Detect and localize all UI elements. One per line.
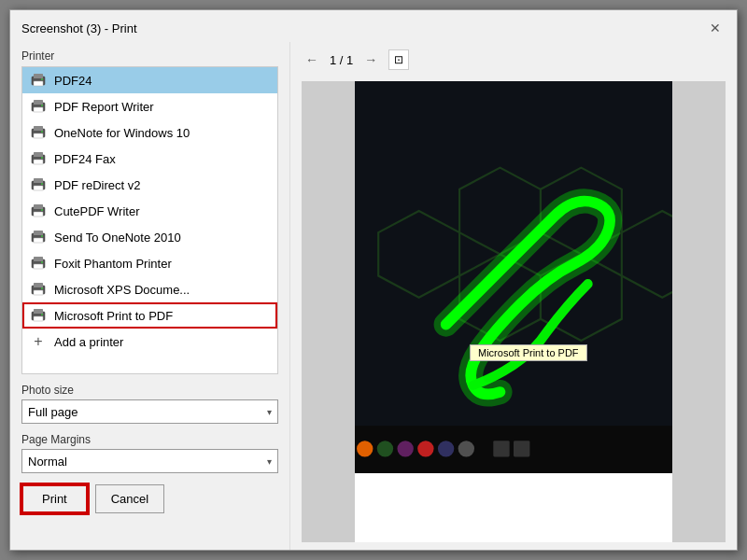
printer-item-ms-xps[interactable]: Microsoft XPS Docume...: [22, 276, 277, 302]
printer-icon: [30, 176, 47, 193]
svg-rect-30: [34, 264, 43, 269]
svg-point-52: [357, 441, 373, 456]
right-panel: ← 1 / 1 → ⊡: [290, 42, 737, 550]
print-preview-area: ▐▐ Microsoft Print to PDF: [302, 81, 726, 542]
svg-rect-26: [34, 238, 43, 243]
tooltip-text: Microsoft Print to PDF: [478, 347, 579, 358]
plus-icon: +: [30, 333, 47, 350]
svg-rect-1: [34, 74, 43, 78]
printer-icon: [30, 72, 47, 89]
svg-point-55: [417, 441, 433, 456]
close-button[interactable]: ✕: [705, 18, 726, 38]
page-margins-select[interactable]: Normal ▾: [21, 449, 278, 473]
photo-size-label: Photo size: [21, 384, 278, 397]
photo-size-select[interactable]: Full page ▾: [21, 399, 278, 424]
svg-rect-10: [34, 133, 43, 138]
chevron-down-icon: ▾: [267, 407, 272, 417]
svg-rect-22: [34, 212, 43, 217]
photo-size-section: Photo size Full page ▾: [21, 384, 278, 424]
svg-rect-5: [34, 100, 43, 105]
svg-rect-37: [34, 309, 43, 314]
svg-rect-13: [34, 152, 43, 157]
svg-rect-29: [34, 257, 43, 261]
printer-item-foxit[interactable]: Foxit Phantom Printer: [22, 250, 277, 276]
print-dialog: Screenshot (3) - Print ✕ Printer: [9, 9, 738, 551]
svg-point-57: [458, 441, 474, 456]
printer-item-pdf24[interactable]: PDF24: [22, 67, 277, 93]
svg-rect-11: [41, 131, 43, 133]
printer-label-ms-print-pdf: Microsoft Print to PDF: [54, 309, 173, 323]
printer-label-onenote-win10: OneNote for Windows 10: [54, 126, 190, 140]
svg-rect-34: [34, 290, 43, 295]
printer-label-send-to-onenote: Send To OneNote 2010: [54, 231, 181, 245]
cancel-button[interactable]: Cancel: [95, 484, 164, 513]
printer-item-onenote-win10[interactable]: OneNote for Windows 10: [22, 119, 277, 146]
printer-item-ms-print-pdf[interactable]: Microsoft Print to PDF: [22, 302, 277, 329]
svg-rect-21: [34, 204, 43, 209]
svg-rect-35: [41, 287, 43, 289]
svg-rect-18: [34, 186, 43, 190]
svg-rect-3: [41, 78, 43, 80]
printer-item-send-to-onenote[interactable]: Send To OneNote 2010: [22, 224, 277, 250]
printer-tooltip: Microsoft Print to PDF: [470, 344, 587, 361]
printer-icon: [30, 307, 47, 324]
svg-rect-33: [34, 283, 43, 287]
printer-item-cutepdf[interactable]: CutePDF Writer: [22, 198, 277, 224]
svg-rect-14: [34, 160, 43, 164]
printer-item-pdf-report-writer[interactable]: PDF Report Writer: [22, 93, 277, 119]
printer-label-ms-xps: Microsoft XPS Docume...: [54, 283, 190, 297]
printer-label-cutepdf: CutePDF Writer: [54, 204, 140, 218]
svg-rect-17: [34, 178, 43, 183]
dialog-body: Printer PDF24: [10, 42, 737, 550]
printer-list[interactable]: PDF24 PDF Report Writer: [21, 66, 278, 374]
printer-label-pdf-redirect: PDF reDirect v2: [54, 178, 140, 192]
next-page-button[interactable]: →: [360, 49, 381, 70]
add-printer-label: Add a printer: [54, 335, 123, 349]
svg-rect-7: [41, 105, 43, 106]
svg-rect-6: [34, 107, 43, 112]
preview-page: ▐▐: [355, 81, 672, 542]
printer-item-pdf24-fax[interactable]: PDF24 Fax: [22, 146, 277, 172]
svg-rect-15: [41, 157, 43, 159]
fit-page-button[interactable]: ⊡: [388, 49, 409, 70]
prev-page-button[interactable]: ←: [302, 49, 322, 70]
svg-rect-38: [34, 316, 43, 321]
dialog-title: Screenshot (3) - Print: [21, 21, 137, 35]
svg-point-56: [438, 441, 454, 456]
print-button[interactable]: Print: [21, 484, 88, 513]
page-margins-section: Page Margins Normal ▾: [21, 433, 278, 473]
printer-label-pdf-report-writer: PDF Report Writer: [54, 100, 154, 114]
svg-point-53: [377, 441, 393, 456]
page-margins-value: Normal: [28, 455, 67, 469]
printer-icon: [30, 124, 47, 141]
printer-icon: [30, 150, 47, 167]
preview-image-content: ▐▐: [355, 81, 672, 473]
svg-rect-27: [41, 235, 43, 237]
svg-rect-9: [34, 126, 43, 131]
svg-rect-23: [41, 209, 43, 211]
svg-point-54: [397, 441, 413, 456]
svg-rect-61: [514, 441, 529, 456]
printer-label-pdf24-fax: PDF24 Fax: [54, 152, 116, 166]
svg-rect-25: [34, 231, 43, 235]
svg-rect-19: [41, 183, 43, 185]
printer-label-pdf24: PDF24: [54, 74, 92, 88]
printer-icon: [30, 255, 47, 272]
printer-icon: [30, 281, 47, 298]
printer-icon: [30, 229, 47, 245]
svg-rect-39: [41, 314, 43, 315]
chevron-down-icon: ▾: [267, 456, 272, 467]
printer-label-foxit: Foxit Phantom Printer: [54, 257, 172, 271]
add-printer-item[interactable]: + Add a printer: [22, 329, 277, 355]
title-bar: Screenshot (3) - Print ✕: [10, 10, 737, 42]
left-panel: Printer PDF24: [10, 42, 290, 550]
printer-section-label: Printer: [21, 49, 278, 63]
svg-rect-31: [41, 261, 43, 263]
nav-bar: ← 1 / 1 → ⊡: [302, 49, 726, 74]
action-buttons: Print Cancel: [21, 484, 278, 513]
svg-rect-2: [34, 81, 43, 86]
printer-icon: [30, 98, 47, 115]
printer-item-pdf-redirect-v2[interactable]: PDF reDirect v2: [22, 172, 277, 198]
printer-icon: [30, 203, 47, 219]
page-indicator: 1 / 1: [330, 53, 353, 67]
